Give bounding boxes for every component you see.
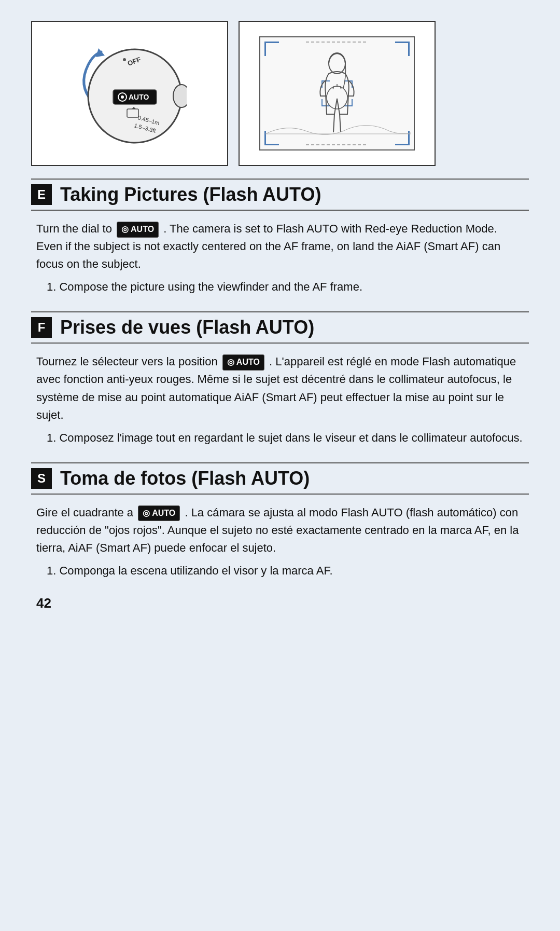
section-s-header: S Toma de fotos (Flash AUTO): [31, 462, 529, 495]
eye-icon-s: ◎: [143, 507, 150, 520]
section-s-letter: S: [31, 468, 52, 489]
section-f-letter: F: [31, 317, 52, 338]
section-s-auto-badge: ◎ AUTO: [138, 505, 180, 522]
section-s-intro-before: Gire el cuadrante a: [36, 506, 133, 519]
svg-point-7: [121, 95, 124, 99]
section-s-intro: Gire el cuadrante a ◎ AUTO . La cámara s…: [36, 504, 524, 557]
eye-icon: ◎: [121, 223, 129, 236]
section-e-header: E Taking Pictures (Flash AUTO): [31, 179, 529, 211]
section-e-body: Turn the dial to ◎ AUTO . The camera is …: [31, 220, 529, 296]
section-s-title: Toma de fotos (Flash AUTO): [60, 468, 310, 489]
svg-marker-0: [96, 48, 105, 57]
svg-point-2: [173, 85, 187, 107]
viewfinder-illustration: [239, 21, 436, 166]
section-f-header: F Prises de vues (Flash AUTO): [31, 311, 529, 344]
illustrations-row: OFF AUTO 0.45–1m 1.5–3.3ft 1: [31, 21, 529, 166]
section-f-auto-badge: ◎ AUTO: [222, 354, 264, 371]
section-f: F Prises de vues (Flash AUTO) Tournez le…: [31, 311, 529, 446]
section-f-list-1: 1. Composez l'image tout en regardant le…: [47, 429, 524, 447]
section-e-intro: Turn the dial to ◎ AUTO . The camera is …: [36, 220, 524, 273]
section-f-auto-text: AUTO: [236, 356, 260, 369]
dial-illustration: OFF AUTO 0.45–1m 1.5–3.3ft: [31, 21, 228, 166]
section-e-intro-before: Turn the dial to: [36, 222, 112, 235]
page-number: 42: [31, 595, 529, 611]
section-s-list-1: 1. Componga la escena utilizando el viso…: [47, 562, 524, 580]
viewfinder-container: 1: [239, 21, 436, 166]
section-f-intro-before: Tournez le sélecteur vers la position: [36, 355, 218, 368]
svg-point-4: [123, 58, 126, 61]
section-s-auto-text: AUTO: [152, 507, 175, 520]
dial-svg: OFF AUTO 0.45–1m 1.5–3.3ft: [73, 34, 187, 153]
background-landscape: [265, 113, 411, 144]
viewfinder: [259, 36, 415, 150]
section-s-body: Gire el cuadrante a ◎ AUTO . La cámara s…: [31, 504, 529, 580]
vf-corner-tr: [395, 42, 410, 56]
vf-dashes-top: [306, 42, 368, 43]
vf-dashes-bottom: [306, 144, 368, 145]
eye-icon-f: ◎: [227, 356, 234, 369]
section-e-letter: E: [31, 184, 52, 205]
section-s: S Toma de fotos (Flash AUTO) Gire el cua…: [31, 462, 529, 580]
section-e-list-1: 1. Compose the picture using the viewfin…: [47, 278, 524, 296]
section-f-body: Tournez le sélecteur vers la position ◎ …: [31, 353, 529, 446]
section-f-intro: Tournez le sélecteur vers la position ◎ …: [36, 353, 524, 423]
svg-text:AUTO: AUTO: [129, 93, 149, 101]
svg-point-14: [327, 86, 347, 109]
vf-corner-tl: [264, 42, 279, 56]
section-e-auto-badge: ◎ AUTO: [117, 222, 159, 238]
section-f-title: Prises de vues (Flash AUTO): [60, 317, 314, 338]
section-e-auto-text: AUTO: [131, 223, 154, 236]
section-e-title: Taking Pictures (Flash AUTO): [60, 184, 321, 206]
section-e: E Taking Pictures (Flash AUTO) Turn the …: [31, 179, 529, 296]
